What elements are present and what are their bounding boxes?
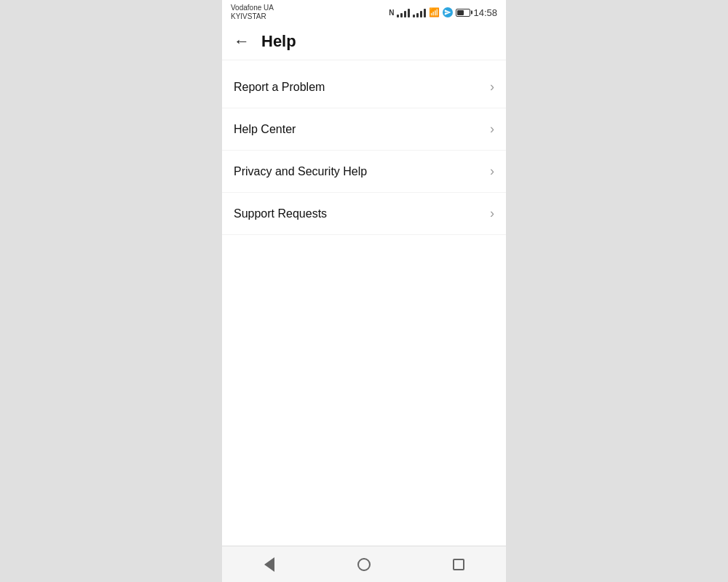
signal-bar-3	[404, 11, 406, 17]
chevron-right-icon-help: ›	[490, 121, 494, 137]
bottom-nav	[222, 546, 506, 582]
menu-item-label-privacy-security: Privacy and Security Help	[234, 165, 367, 178]
nfc-icon: N	[389, 9, 394, 17]
battery-fill	[457, 10, 464, 15]
menu-item-label-help-center: Help Center	[234, 123, 296, 136]
signal-bar2-3	[420, 11, 422, 17]
menu-item-support-requests[interactable]: Support Requests ›	[222, 193, 506, 235]
chevron-right-icon-report: ›	[490, 79, 494, 95]
signal-icon-2	[413, 7, 426, 17]
nav-home-button[interactable]	[349, 550, 379, 579]
phone-screen: Vodafone UA KYIVSTAR N 📶	[222, 0, 506, 582]
menu-item-help-center[interactable]: Help Center ›	[222, 108, 506, 151]
telegram-icon	[443, 7, 453, 17]
signal-icon-1	[397, 7, 410, 17]
back-button[interactable]: ←	[234, 33, 250, 49]
signal-bar-1	[397, 15, 399, 17]
menu-item-report-problem[interactable]: Report a Problem ›	[222, 66, 506, 108]
left-background	[0, 0, 222, 582]
nav-recent-button[interactable]	[444, 550, 473, 579]
menu-list: Report a Problem › Help Center › Privacy…	[222, 66, 506, 235]
carrier-name: Vodafone UA	[231, 4, 274, 12]
chevron-right-icon-privacy: ›	[490, 164, 494, 179]
nav-back-button[interactable]	[255, 550, 284, 579]
home-nav-icon	[357, 558, 371, 571]
wifi-icon: 📶	[429, 7, 440, 17]
chevron-right-icon-support: ›	[490, 206, 494, 221]
time-display: 14:58	[473, 7, 497, 18]
menu-item-privacy-security[interactable]: Privacy and Security Help ›	[222, 151, 506, 193]
app-header: ← Help	[222, 23, 506, 60]
network-name: KYIVSTAR	[231, 12, 274, 21]
signal-bar2-1	[413, 15, 415, 17]
signal-bar-2	[400, 13, 403, 17]
back-arrow-icon: ←	[234, 33, 250, 49]
status-bar: Vodafone UA KYIVSTAR N 📶	[222, 0, 506, 23]
signal-bar2-2	[416, 13, 419, 17]
back-nav-icon	[264, 557, 274, 572]
page-title: Help	[261, 32, 296, 51]
recent-nav-icon	[453, 559, 464, 570]
battery-icon	[456, 9, 470, 17]
signal-bar2-4	[424, 9, 426, 17]
battery-indicator	[456, 9, 470, 17]
signal-bar-4	[408, 9, 410, 17]
menu-item-label-report-problem: Report a Problem	[234, 81, 325, 94]
right-background	[506, 0, 728, 582]
carrier-info: Vodafone UA KYIVSTAR	[231, 4, 274, 21]
menu-item-label-support-requests: Support Requests	[234, 207, 327, 220]
status-icons: N 📶	[389, 7, 497, 18]
